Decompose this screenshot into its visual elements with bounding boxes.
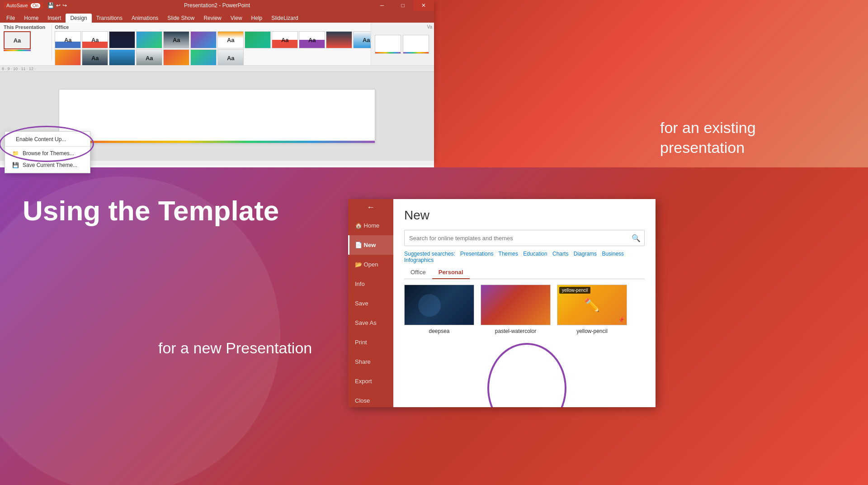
backstage-nav-home[interactable]: 🏠 Home bbox=[348, 216, 393, 235]
template-tooltip-yellow: yellow-pencil bbox=[559, 287, 590, 294]
autosave-toggle[interactable]: On bbox=[31, 3, 40, 8]
backstage-nav-share[interactable]: Share bbox=[348, 352, 393, 371]
theme-thumb-0[interactable]: Aa bbox=[55, 31, 81, 48]
backstage-nav-export[interactable]: Export bbox=[348, 371, 393, 391]
backstage-search-button[interactable]: 🔍 bbox=[628, 230, 644, 246]
slide-mini-1[interactable] bbox=[375, 35, 401, 54]
template-thumb-deepsea[interactable] bbox=[404, 285, 474, 325]
tab-file[interactable]: File bbox=[2, 14, 19, 23]
template-name-pastel: pastel-watercolor bbox=[481, 328, 551, 334]
tab-design[interactable]: Design bbox=[66, 14, 91, 23]
tab-review[interactable]: Review bbox=[199, 14, 226, 23]
backstage-tab-office[interactable]: Office bbox=[404, 266, 432, 279]
theme-thumb-19[interactable]: Aa bbox=[217, 49, 244, 66]
backstage-content-tabs: Office Personal bbox=[404, 266, 645, 279]
slide-mini-2[interactable] bbox=[403, 35, 429, 54]
tab-home[interactable]: Home bbox=[19, 14, 43, 23]
save-icon[interactable]: 💾 bbox=[47, 2, 54, 9]
template-thumb-pastel[interactable] bbox=[481, 285, 551, 325]
backstage-nav-saveas[interactable]: Save As bbox=[348, 313, 393, 333]
new-doc-icon: 📄 bbox=[355, 242, 362, 248]
template-name-deepsea: deepsea bbox=[404, 328, 474, 334]
suggested-presentations[interactable]: Presentations bbox=[460, 251, 493, 257]
context-menu-save-theme[interactable]: 💾 Save Current Theme... bbox=[5, 159, 90, 171]
backstage-nav-print[interactable]: Print bbox=[348, 333, 393, 352]
template-grid: deepsea pastel-watercolor ✏️ yellow-penc… bbox=[404, 285, 645, 334]
back-arrow-icon: ← bbox=[367, 203, 375, 212]
window-title: Presentation2 - PowerPoint bbox=[184, 2, 250, 9]
backstage-nav-new[interactable]: 📄 New bbox=[348, 235, 393, 255]
template-pin-yellow[interactable]: 📌 bbox=[618, 317, 625, 323]
theme-thumb-18[interactable]: Aa bbox=[190, 49, 217, 66]
close-button[interactable]: ✕ bbox=[413, 0, 434, 11]
deepsea-bubbles bbox=[418, 294, 441, 317]
theme-thumb-9[interactable]: Aa bbox=[299, 31, 325, 48]
tab-slideshow[interactable]: Slide Show bbox=[163, 14, 199, 23]
tab-help[interactable]: Help bbox=[247, 14, 267, 23]
backstage-back-button[interactable]: ← bbox=[362, 203, 380, 212]
this-presentation-section: This Presentation Aa bbox=[4, 24, 45, 64]
backstage-nav-save[interactable]: Save bbox=[348, 294, 393, 313]
theme-thumb-7[interactable]: Aa bbox=[245, 31, 271, 48]
ribbon-divider bbox=[52, 24, 52, 61]
pencil-icon: ✏️ bbox=[584, 298, 600, 313]
backstage-tab-personal[interactable]: Personal bbox=[432, 266, 470, 279]
undo-icon[interactable]: ↩ bbox=[56, 2, 61, 9]
tab-view[interactable]: View bbox=[226, 14, 247, 23]
template-thumb-yellow-pencil[interactable]: ✏️ yellow-pencil 📌 bbox=[557, 285, 627, 325]
suggested-themes[interactable]: Themes bbox=[499, 251, 518, 257]
backstage-search-input[interactable] bbox=[405, 232, 628, 245]
tab-animations[interactable]: Animations bbox=[127, 14, 163, 23]
ruler-indicator: Va bbox=[427, 24, 433, 29]
suggested-infographics[interactable]: Infographics bbox=[404, 257, 434, 263]
suggested-business[interactable]: Business bbox=[602, 251, 624, 257]
theme-thumb-3[interactable]: Aa bbox=[136, 31, 162, 48]
text-using: Using the Template bbox=[23, 195, 279, 227]
ruler: 8 · 9 · 10 · 11 · 12 · bbox=[0, 66, 434, 72]
suggested-education[interactable]: Education bbox=[523, 251, 547, 257]
backstage-nav-info[interactable]: Info bbox=[348, 274, 393, 294]
theme-thumb-10[interactable]: Aa bbox=[326, 31, 352, 48]
theme-stripe bbox=[4, 50, 31, 51]
backstage-nav-close[interactable]: Close bbox=[348, 391, 393, 407]
theme-thumb-14[interactable]: Aa bbox=[82, 49, 108, 66]
title-bar-left: AutoSave On 💾 ↩ ↪ bbox=[4, 2, 67, 9]
tab-insert[interactable]: Insert bbox=[43, 14, 66, 23]
backstage-window: ← 🏠 Home 📄 New 📂 Open Info Save Save As … bbox=[348, 199, 656, 407]
theme-thumb-16[interactable]: Aa bbox=[136, 49, 162, 66]
deepsea-bg bbox=[405, 285, 474, 325]
context-menu-enable-content[interactable]: Enable Content Up... bbox=[5, 133, 90, 145]
theme-thumb-8[interactable]: Aa bbox=[272, 31, 298, 48]
theme-thumb-6[interactable]: Aa bbox=[217, 31, 244, 48]
template-item-deepsea[interactable]: deepsea bbox=[404, 285, 474, 334]
theme-thumb-5[interactable]: Aa bbox=[190, 31, 217, 48]
slide-preview-panel: Va bbox=[371, 23, 434, 66]
suggested-charts[interactable]: Charts bbox=[552, 251, 568, 257]
template-item-yellow-pencil[interactable]: ✏️ yellow-pencil 📌 yellow-pencil bbox=[557, 285, 627, 334]
current-theme-thumb[interactable]: Aa bbox=[4, 31, 31, 49]
backstage-nav-open[interactable]: 📂 Open bbox=[348, 255, 393, 274]
theme-thumb-17[interactable]: Aa bbox=[163, 49, 189, 66]
search-magnifier-icon: 🔍 bbox=[632, 234, 641, 242]
maximize-button[interactable]: □ bbox=[392, 0, 413, 11]
autosave-label: AutoSave On bbox=[4, 2, 43, 9]
title-bar: AutoSave On 💾 ↩ ↪ Presentation2 - PowerP… bbox=[0, 0, 434, 11]
template-item-pastel[interactable]: pastel-watercolor bbox=[481, 285, 551, 334]
minimize-button[interactable]: ─ bbox=[372, 0, 392, 11]
redo-icon[interactable]: ↪ bbox=[62, 2, 67, 9]
ribbon-tabs: File Home Insert Design Transitions Anim… bbox=[0, 11, 434, 23]
backstage-content: New 🔍 Suggested searches: Presentations … bbox=[393, 199, 656, 407]
title-controls: ─ □ ✕ bbox=[372, 0, 434, 11]
tab-slidelizard[interactable]: SlideLizard bbox=[267, 14, 302, 23]
theme-thumb-1[interactable]: Aa bbox=[82, 31, 108, 48]
theme-thumb-4[interactable]: Aa bbox=[163, 31, 189, 48]
tab-transitions[interactable]: Transitions bbox=[92, 14, 127, 23]
theme-thumb-15[interactable]: Aa bbox=[109, 49, 135, 66]
slide-bottom-stripe bbox=[59, 141, 375, 143]
theme-thumb-2[interactable]: Aa bbox=[109, 31, 135, 48]
text-new-presentation: for a new Presentation bbox=[158, 339, 312, 357]
theme-thumb-13[interactable]: Aa bbox=[55, 49, 81, 66]
suggested-diagrams[interactable]: Diagrams bbox=[574, 251, 597, 257]
context-menu-browse-themes[interactable]: 📁 Browse for Themes... bbox=[5, 147, 90, 159]
save-theme-icon: 💾 bbox=[12, 162, 19, 168]
